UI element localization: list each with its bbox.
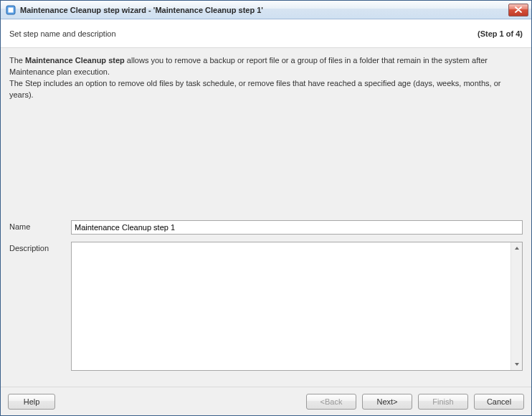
next-button[interactable]: Next> bbox=[362, 394, 412, 410]
help-button[interactable]: Help bbox=[8, 394, 55, 410]
intro-text: The Maintenance Cleanup step allows you … bbox=[9, 55, 523, 101]
back-button[interactable]: <Back bbox=[306, 394, 356, 410]
description-label: Description bbox=[9, 242, 71, 252]
scroll-up-icon bbox=[511, 242, 523, 254]
wizard-subtitle: Set step name and description bbox=[9, 29, 478, 38]
spacer bbox=[9, 105, 523, 213]
scroll-down-icon bbox=[511, 359, 523, 370]
description-input[interactable] bbox=[72, 242, 510, 370]
wizard-body: The Maintenance Cleanup step allows you … bbox=[1, 48, 531, 387]
intro-line2: The Step includes an option to remove ol… bbox=[9, 78, 523, 101]
name-input[interactable] bbox=[71, 220, 523, 235]
svg-rect-1 bbox=[9, 7, 14, 12]
description-field-wrap bbox=[71, 242, 523, 371]
name-row: Name bbox=[9, 220, 523, 235]
cancel-button[interactable]: Cancel bbox=[474, 394, 524, 410]
wizard-step-indicator: (Step 1 of 4) bbox=[478, 29, 523, 38]
intro-prefix: The bbox=[9, 56, 25, 65]
window-title: Maintenance Cleanup step wizard - 'Maint… bbox=[20, 6, 507, 14]
description-row: Description bbox=[9, 242, 523, 371]
name-label: Name bbox=[9, 220, 71, 231]
finish-button[interactable]: Finish bbox=[418, 394, 468, 410]
close-icon bbox=[515, 6, 522, 13]
titlebar: Maintenance Cleanup step wizard - 'Maint… bbox=[1, 1, 531, 19]
description-scrollbar[interactable] bbox=[510, 242, 522, 370]
app-icon bbox=[5, 4, 16, 16]
wizard-footer: Help <Back Next> Finish Cancel bbox=[1, 387, 531, 415]
wizard-window: Maintenance Cleanup step wizard - 'Maint… bbox=[0, 0, 532, 416]
wizard-header: Set step name and description (Step 1 of… bbox=[1, 19, 531, 48]
close-button[interactable] bbox=[508, 4, 528, 16]
intro-bold: Maintenance Cleanup step bbox=[25, 56, 125, 65]
